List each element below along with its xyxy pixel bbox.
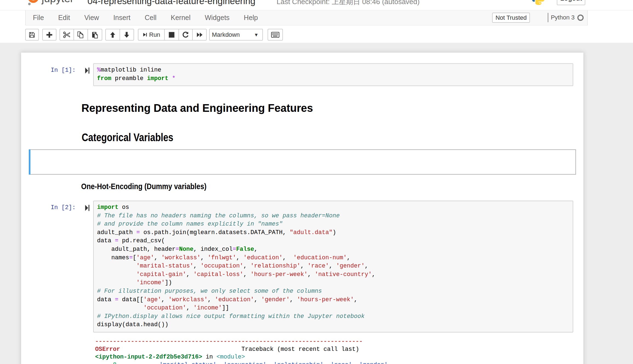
heading-one-hot-encoding: One-Hot-Encoding (Dummy variables) — [81, 182, 206, 191]
run-button-label: Run — [149, 31, 160, 38]
cell2-run-cell-icon[interactable] — [85, 205, 92, 212]
save-icon — [29, 31, 36, 38]
menu-widgets[interactable]: Widgets — [198, 10, 237, 25]
kernel-name: Python 3 — [551, 14, 575, 21]
notebook-area: In [1]: %matplotlib inlinefrom preamble … — [0, 43, 633, 364]
cell-type-value: Markdown — [212, 31, 240, 38]
notification-area: Not Trusted Python 3 — [492, 10, 587, 25]
kernel-idle-icon — [577, 15, 584, 21]
menu-view[interactable]: View — [77, 10, 106, 25]
cell2-input-prompt: In [2]: — [31, 204, 76, 212]
cell1-run-cell-icon[interactable] — [85, 67, 92, 75]
copy-icon — [77, 31, 84, 38]
cell1-code-input[interactable]: %matplotlib inlinefrom preamble import * — [93, 63, 573, 86]
select-arrow-icon: ▼ — [254, 33, 259, 37]
toolbar: Run Markdown ▼ — [0, 25, 633, 43]
arrow-down-icon — [123, 31, 130, 38]
jupyter-notebook-page: jupyter 04-representing-data-feature-eng… — [0, 0, 633, 364]
titlebar: jupyter 04-representing-data-feature-eng… — [0, 0, 633, 10]
checkpoint-status: Last Checkpoint: 上星期日 08:46 (autosaved) — [277, 0, 420, 7]
restart-run-all-button[interactable] — [192, 29, 207, 41]
paste-icon — [91, 31, 98, 38]
menu-insert[interactable]: Insert — [106, 10, 138, 25]
menu-kernel[interactable]: Kernel — [164, 10, 198, 25]
cut-icon — [63, 31, 70, 38]
run-icon — [143, 32, 147, 37]
step-forward-icon — [85, 205, 90, 211]
copy-cell-button[interactable] — [73, 29, 88, 41]
move-cell-down-button[interactable] — [120, 29, 134, 41]
menu-file[interactable]: File — [26, 10, 51, 25]
selected-empty-cell[interactable] — [29, 149, 576, 175]
notebook-title[interactable]: 04-representing-data-feature-engineering — [87, 0, 256, 6]
cut-cell-button[interactable] — [59, 29, 74, 41]
save-button[interactable] — [25, 29, 39, 41]
arrow-up-icon — [109, 31, 116, 38]
logout-button[interactable]: Logout — [557, 0, 585, 5]
cell1-input-prompt: In [1]: — [31, 66, 76, 75]
menubar: File Edit View Insert Cell Kernel Widget… — [25, 10, 588, 26]
python-logo-icon — [531, 0, 545, 5]
step-forward-icon — [85, 67, 90, 74]
kernel-divider — [548, 13, 548, 22]
notebook-container: In [1]: %matplotlib inlinefrom preamble … — [21, 53, 583, 364]
cell2-code-input[interactable]: import os# The file has no headers namin… — [93, 201, 573, 332]
cell-type-select[interactable]: Markdown ▼ — [209, 29, 263, 41]
restart-icon — [182, 31, 189, 38]
svg-text:jupyter: jupyter — [41, 0, 74, 4]
restart-kernel-button[interactable] — [178, 29, 193, 41]
fast-forward-icon — [196, 32, 203, 38]
heading-representing-data: Representing Data and Engineering Featur… — [81, 102, 313, 114]
not-trusted-badge[interactable]: Not Trusted — [492, 13, 530, 23]
menu-cell[interactable]: Cell — [138, 10, 164, 25]
plus-icon — [46, 31, 53, 38]
stop-button[interactable] — [164, 29, 179, 41]
move-cell-up-button[interactable] — [105, 29, 120, 41]
run-button[interactable]: Run — [138, 29, 165, 41]
menu-help[interactable]: Help — [237, 10, 265, 25]
selected-cell-indicator — [29, 149, 30, 175]
menubar-row: File Edit View Insert Cell Kernel Widget… — [0, 10, 633, 25]
menu-edit[interactable]: Edit — [51, 10, 77, 25]
stop-icon — [168, 31, 175, 38]
insert-cell-below-button[interactable] — [42, 29, 56, 41]
keyboard-icon — [271, 32, 279, 38]
heading-categorical-variables: Categorical Variables — [82, 131, 173, 143]
command-palette-button[interactable] — [268, 29, 283, 41]
jupyter-logo[interactable]: jupyter — [26, 0, 76, 5]
cell2-error-output: ----------------------------------------… — [95, 338, 391, 364]
paste-cell-button[interactable] — [87, 29, 102, 41]
